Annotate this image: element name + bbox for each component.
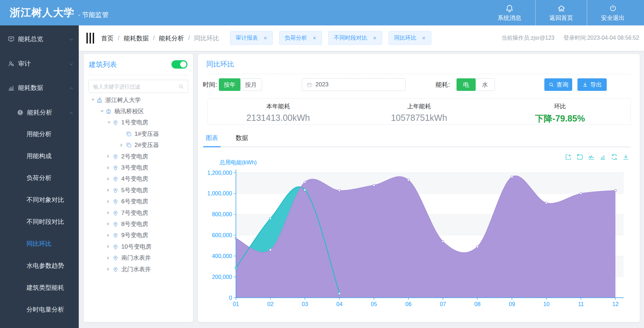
caret-right-icon[interactable] bbox=[107, 155, 112, 158]
caret-down-icon[interactable] bbox=[100, 110, 105, 112]
tree-node-5号变电房[interactable]: 5号变电房 bbox=[84, 185, 193, 196]
tree-node-9号变电房[interactable]: 9号变电房 bbox=[84, 230, 193, 241]
alert-circle-icon bbox=[17, 109, 24, 116]
svg-text:400,000: 400,000 bbox=[212, 253, 232, 259]
building-list-toggle[interactable] bbox=[171, 60, 187, 69]
caret-down-icon[interactable] bbox=[107, 122, 112, 124]
sidebar-item-审计[interactable]: 审计 bbox=[0, 58, 79, 70]
sidebar-item-能耗总览[interactable]: 能耗总览 bbox=[0, 33, 79, 45]
caret-down-icon[interactable] bbox=[91, 99, 96, 101]
home-action[interactable]: 返回首页 bbox=[535, 0, 587, 25]
svg-text:06: 06 bbox=[405, 301, 412, 307]
time-label: 时间: bbox=[203, 78, 217, 91]
caret-right-icon[interactable] bbox=[107, 267, 112, 271]
tree-node-2#变压器[interactable]: 2#变压器 bbox=[84, 140, 193, 151]
stat-label: 本年能耗 bbox=[266, 102, 290, 110]
caret-right-icon[interactable] bbox=[107, 166, 112, 170]
sidebar-item-label: 用能构成 bbox=[26, 152, 52, 160]
energy-option-水[interactable]: 水 bbox=[475, 79, 495, 91]
sidebar-item-用能分析[interactable]: 用能分析 bbox=[0, 128, 79, 140]
close-icon[interactable]: ✕ bbox=[263, 36, 267, 41]
refresh-icon[interactable] bbox=[611, 153, 618, 161]
caret-right-icon[interactable] bbox=[121, 143, 125, 147]
tree-node-3号变电房[interactable]: 3号变电房 bbox=[84, 162, 193, 173]
pin-icon bbox=[112, 164, 119, 171]
bell-action[interactable]: 系统消息 bbox=[484, 0, 535, 25]
login-time: 登录时间:2023-04-04 08:56:52 bbox=[564, 34, 639, 42]
download-icon[interactable] bbox=[622, 153, 630, 161]
tree-node-北门水表井[interactable]: 北门水表井 bbox=[84, 264, 193, 275]
home-icon bbox=[557, 4, 566, 13]
page-tab-负荷分析[interactable]: 负荷分析✕ bbox=[279, 31, 322, 45]
page-tab-label: 不同时段对比 bbox=[334, 34, 367, 42]
sidebar-item-分时电量分析[interactable]: 分时电量分析 bbox=[0, 304, 79, 315]
caret-right-icon[interactable] bbox=[107, 188, 112, 192]
time-option-按月[interactable]: 按月 bbox=[240, 79, 262, 91]
pin-icon bbox=[112, 210, 119, 216]
caret-right-icon[interactable] bbox=[107, 245, 112, 248]
action-label: 安全退出 bbox=[601, 14, 625, 22]
export-button[interactable]: 导出 bbox=[577, 78, 607, 91]
sidebar-item-不同对象对比[interactable]: 不同对象对比 bbox=[0, 194, 79, 206]
tree-node-1号变电房[interactable]: 1号变电房 bbox=[84, 117, 193, 128]
energy-option-电[interactable]: 电 bbox=[457, 78, 476, 91]
close-icon[interactable]: ✕ bbox=[313, 36, 316, 41]
sidebar-item-能耗数据[interactable]: 能耗数据 bbox=[0, 82, 79, 94]
building-list-panel: 建筑列表 浙江树人大学杨汛桥校区1号变电房1#变压器2#变压器2号变电房3号变电… bbox=[84, 54, 193, 322]
collapse-menu-icon[interactable] bbox=[86, 33, 94, 44]
caret-right-icon[interactable] bbox=[107, 211, 112, 214]
page-tab-同比环比[interactable]: 同比环比✕ bbox=[389, 31, 431, 45]
view-tab-图表[interactable]: 图表 bbox=[203, 133, 221, 147]
close-icon[interactable]: ✕ bbox=[422, 36, 426, 41]
time-option-按年[interactable]: 按年 bbox=[219, 78, 240, 91]
sidebar-item-同比环比[interactable]: 同比环比 bbox=[0, 238, 79, 250]
bar-chart-icon[interactable] bbox=[599, 153, 607, 161]
view-tab-数据[interactable]: 数据 bbox=[233, 133, 251, 147]
tree-node-杨汛桥校区[interactable]: 杨汛桥校区 bbox=[84, 106, 193, 117]
breadcrumb-item[interactable]: 能耗数据 bbox=[124, 34, 149, 42]
tree-node-10号变电房[interactable]: 10号变电房 bbox=[84, 241, 193, 252]
pin-icon bbox=[112, 187, 119, 194]
line-chart-icon[interactable] bbox=[588, 153, 595, 161]
sidebar-item-用能构成[interactable]: 用能构成 bbox=[0, 150, 79, 162]
page-title: 同比环比 bbox=[206, 60, 234, 69]
caret-right-icon[interactable] bbox=[107, 256, 112, 260]
close-icon[interactable]: ✕ bbox=[373, 36, 377, 41]
breadcrumb-separator: / bbox=[188, 34, 190, 42]
sidebar-item-建筑类型能耗[interactable]: 建筑类型能耗 bbox=[0, 282, 79, 294]
query-button[interactable]: 查询 bbox=[544, 78, 572, 91]
tree-node-6号变电房[interactable]: 6号变电房 bbox=[84, 196, 193, 207]
tree-node-浙江树人大学[interactable]: 浙江树人大学 bbox=[84, 94, 193, 106]
energy-label: 能耗: bbox=[436, 78, 450, 91]
tree-node-4号变电房[interactable]: 4号变电房 bbox=[84, 173, 193, 185]
sidebar-item-能耗分析[interactable]: 能耗分析 bbox=[0, 107, 79, 118]
tree-node-1#变压器[interactable]: 1#变压器 bbox=[84, 128, 193, 139]
query-controls: 时间: 按年按月 2023 能耗: 电水 查询 bbox=[198, 78, 640, 91]
sidebar-item-水电参数趋势[interactable]: 水电参数趋势 bbox=[0, 260, 79, 272]
zoom-box-icon[interactable] bbox=[565, 153, 572, 161]
tree-filter-input[interactable] bbox=[93, 84, 178, 89]
tree-node-2号变电房[interactable]: 2号变电房 bbox=[84, 151, 193, 162]
main-panel: 同比环比 时间: 按年按月 2023 能耗: 电水 查询 bbox=[198, 54, 640, 322]
zoom-restore-icon[interactable] bbox=[576, 153, 584, 161]
breadcrumb-item[interactable]: 首页 bbox=[101, 34, 114, 42]
tree-node-7号变电房[interactable]: 7号变电房 bbox=[84, 207, 193, 218]
tree-node-label: 浙江树人大学 bbox=[105, 96, 141, 104]
sidebar-item-不同时段对比[interactable]: 不同时段对比 bbox=[0, 216, 79, 228]
caret-right-icon[interactable] bbox=[107, 234, 112, 237]
page-tab-不同时段对比[interactable]: 不同时段对比✕ bbox=[328, 31, 382, 45]
tree-node-8号变电房[interactable]: 8号变电房 bbox=[84, 218, 193, 229]
tree-node-南门水表井[interactable]: 南门水表井 bbox=[84, 252, 193, 263]
tree-node-label: 10号变电房 bbox=[121, 243, 152, 251]
pin-icon bbox=[112, 266, 119, 273]
tree-node-label: 4号变电房 bbox=[121, 175, 148, 183]
page-tab-审计报表[interactable]: 审计报表✕ bbox=[230, 31, 273, 45]
caret-right-icon[interactable] bbox=[107, 177, 112, 181]
power-action[interactable]: 安全退出 bbox=[587, 0, 638, 25]
breadcrumb-item[interactable]: 能耗分析 bbox=[159, 34, 184, 42]
caret-right-icon[interactable] bbox=[107, 200, 112, 203]
caret-right-icon[interactable] bbox=[107, 222, 112, 226]
stat-value: 2131413.00kWh bbox=[246, 113, 310, 123]
sidebar-item-负荷分析[interactable]: 负荷分析 bbox=[0, 172, 79, 184]
year-picker[interactable]: 2023 bbox=[302, 78, 406, 91]
